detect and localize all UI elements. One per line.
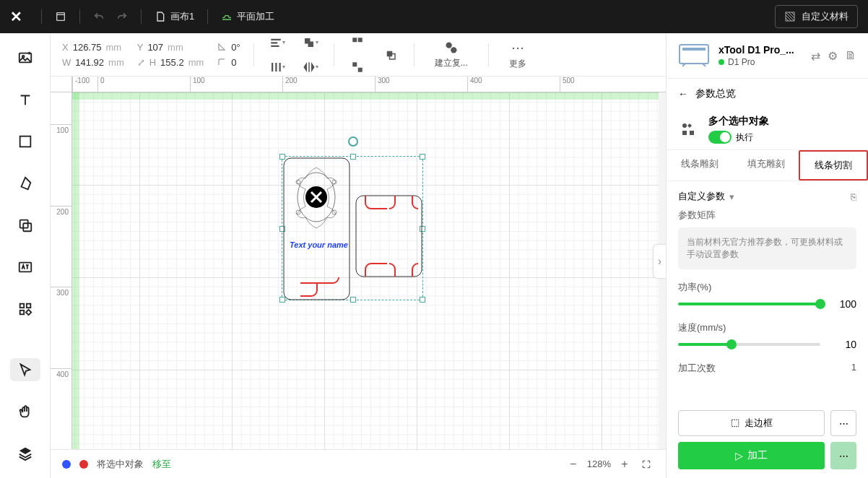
redo-icon <box>116 11 128 22</box>
redo-button[interactable] <box>110 8 134 25</box>
svg-rect-16 <box>279 63 280 71</box>
svg-point-37 <box>682 123 687 128</box>
status-dot-blue[interactable] <box>62 460 71 469</box>
document-button[interactable]: 🗎 <box>845 49 856 63</box>
pen-tool[interactable] <box>10 172 40 195</box>
svg-rect-40 <box>732 420 738 426</box>
svg-point-25 <box>446 42 451 48</box>
svg-rect-4 <box>19 136 30 147</box>
mode-selector[interactable]: 平面加工 <box>215 7 280 26</box>
svg-point-33 <box>332 210 337 214</box>
canvas-text-object[interactable]: Text your name <box>290 240 348 249</box>
export-params-button[interactable]: ⎘ <box>851 191 856 202</box>
process-button[interactable]: ▷ 加工 <box>678 442 825 469</box>
chevron-down-icon[interactable]: ▾ <box>729 191 734 202</box>
tab-line-engrave[interactable]: 线条雕刻 <box>667 150 733 181</box>
duplicate-icon <box>444 40 459 55</box>
save-button[interactable] <box>49 8 72 25</box>
align-h-button[interactable]: ▾ <box>267 33 287 53</box>
speed-value[interactable]: 10 <box>830 339 856 350</box>
image-tool[interactable] <box>10 46 40 69</box>
w-value[interactable]: 141.92 <box>75 57 104 68</box>
svg-point-32 <box>296 210 300 214</box>
canvas-area[interactable]: -100 0 100 200 300 400 500 100 200 300 4… <box>51 77 666 449</box>
group-button[interactable] <box>347 33 368 53</box>
svg-rect-35 <box>680 45 708 64</box>
svg-rect-0 <box>57 13 65 21</box>
mode-tabs: 线条雕刻 填充雕刻 线条切割 <box>667 149 868 181</box>
svg-rect-39 <box>690 131 694 135</box>
ruler-vertical: 100 200 300 400 <box>51 92 72 449</box>
power-slider[interactable] <box>678 303 820 305</box>
x-value[interactable]: 126.75 <box>73 42 102 53</box>
text-tool[interactable] <box>10 88 40 111</box>
zoom-in-button[interactable]: + <box>617 456 633 472</box>
apps-tool[interactable] <box>10 297 40 321</box>
power-value[interactable]: 100 <box>830 298 856 310</box>
svg-rect-36 <box>682 48 706 51</box>
tab-line-cut[interactable]: 线条切割 <box>799 150 868 181</box>
save-icon <box>55 11 66 22</box>
svg-rect-11 <box>271 38 281 40</box>
settings-button[interactable]: ⚙ <box>828 49 838 63</box>
params-overview-header[interactable]: ← 参数总览 <box>667 79 868 109</box>
distribute-button[interactable]: ▾ <box>267 57 287 77</box>
left-toolbar <box>0 33 51 478</box>
x-label: X <box>62 42 69 53</box>
zoom-out-button[interactable]: − <box>565 456 581 472</box>
svg-rect-8 <box>19 304 24 308</box>
svg-rect-22 <box>358 67 363 71</box>
status-dot-red[interactable] <box>79 460 88 469</box>
rotation-handle[interactable] <box>348 136 358 147</box>
power-label: 功率(%) <box>678 281 856 294</box>
status-bar: 将选中对象 移至 − 128% + <box>51 449 666 478</box>
process-more-button[interactable]: ⋯ <box>830 442 856 469</box>
radius-value[interactable]: 0 <box>231 57 236 68</box>
arrange-button[interactable]: ▾ <box>300 33 321 53</box>
svg-point-26 <box>451 47 456 53</box>
svg-rect-13 <box>271 45 279 46</box>
refresh-button[interactable]: ⇄ <box>811 49 820 63</box>
copy-tool[interactable] <box>10 214 40 237</box>
rect-tool[interactable] <box>10 130 40 153</box>
svg-rect-7 <box>19 263 31 272</box>
expand-panel-button[interactable]: › <box>653 244 666 279</box>
flip-button[interactable]: ▾ <box>300 57 321 77</box>
layers-tool[interactable] <box>10 442 40 465</box>
frame-more-button[interactable]: ⋯ <box>830 410 856 436</box>
ungroup-button[interactable] <box>347 57 368 77</box>
ai-tool[interactable] <box>10 256 40 279</box>
radius-icon <box>217 57 227 67</box>
undo-button[interactable] <box>87 8 110 25</box>
frame-icon <box>730 418 740 428</box>
undo-icon <box>93 11 105 22</box>
canvas-tab[interactable]: 画布1 <box>149 7 200 26</box>
zoom-fit-button[interactable] <box>638 456 654 472</box>
y-value[interactable]: 107 <box>147 42 163 53</box>
count-value[interactable]: 1 <box>851 362 856 375</box>
material-icon <box>784 11 796 22</box>
properties-bar: X126.75mm W141.92mm Y107mm ⤢H155.2mm 0° … <box>51 33 666 77</box>
execute-toggle[interactable] <box>708 131 732 144</box>
move-link[interactable]: 移至 <box>152 458 171 471</box>
back-icon[interactable]: ← <box>678 88 688 100</box>
device-icon <box>678 42 710 69</box>
more-button[interactable]: ⋯ 更多 <box>502 40 534 70</box>
selection-box[interactable]: Text your name <box>282 156 423 300</box>
custom-material-button[interactable]: 自定义材料 <box>775 5 858 28</box>
tab-fill-engrave[interactable]: 填充雕刻 <box>733 150 799 181</box>
hand-tool[interactable] <box>10 400 40 423</box>
frame-button[interactable]: 走边框 <box>678 410 825 436</box>
svg-rect-14 <box>272 63 273 71</box>
execute-label: 执行 <box>736 131 753 144</box>
h-value[interactable]: 155.2 <box>160 57 184 68</box>
zoom-value: 128% <box>587 459 611 469</box>
combine-button[interactable] <box>381 45 401 65</box>
speed-slider[interactable] <box>678 343 820 346</box>
duplicate-button[interactable]: 建立复... <box>428 40 475 69</box>
angle-value[interactable]: 0° <box>231 42 240 53</box>
w-label: W <box>62 57 71 68</box>
svg-rect-19 <box>352 38 357 42</box>
select-tool[interactable] <box>10 358 40 381</box>
svg-rect-38 <box>682 131 687 135</box>
